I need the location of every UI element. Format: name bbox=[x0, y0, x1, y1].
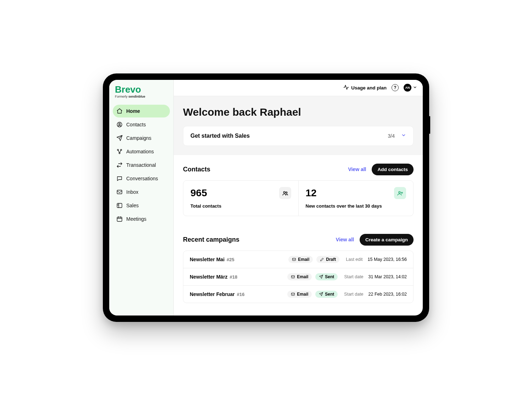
stat-value: 12 bbox=[306, 187, 317, 199]
campaign-id: #16 bbox=[237, 292, 245, 297]
onboarding-meta: 3/4 bbox=[388, 133, 406, 139]
status-badge: Draft bbox=[316, 256, 339, 263]
chevron-down-icon bbox=[401, 133, 406, 139]
help-button[interactable]: ? bbox=[392, 84, 399, 91]
home-icon bbox=[116, 108, 123, 114]
stat-value: 965 bbox=[190, 187, 207, 199]
campaign-meta-value: 15 May 2023, 16:56 bbox=[368, 257, 407, 262]
status-label: Sent bbox=[325, 274, 334, 279]
onboarding-card[interactable]: Get started with Sales 3/4 bbox=[183, 126, 414, 146]
sidebar-item-inbox[interactable]: Inbox bbox=[113, 186, 170, 198]
campaign-row[interactable]: Newsletter Februar#16EmailSentStart date… bbox=[183, 285, 413, 303]
sidebar-nav: HomeContactsCampaignsAutomationsTransact… bbox=[113, 105, 170, 225]
svg-rect-5 bbox=[117, 190, 122, 194]
stat-label: Total contacts bbox=[190, 203, 291, 209]
campaigns-section: Recent campaigns View all Create a campa… bbox=[183, 227, 414, 303]
sidebar-item-sales[interactable]: Sales bbox=[113, 199, 170, 212]
campaign-meta-label: Start date bbox=[344, 274, 363, 279]
device-frame: Brevo Formerly sendinblue HomeContactsCa… bbox=[103, 73, 429, 322]
campaigns-view-all-link[interactable]: View all bbox=[336, 237, 354, 242]
contacts-section-head: Contacts View all Add contacts bbox=[183, 157, 414, 180]
campaign-meta-label: Start date bbox=[344, 292, 363, 297]
create-campaign-button[interactable]: Create a campaign bbox=[360, 234, 414, 246]
svg-point-8 bbox=[283, 191, 285, 193]
contacts-view-all-link[interactable]: View all bbox=[348, 166, 366, 172]
welcome-title: Welcome back Raphael bbox=[183, 106, 414, 118]
type-badge: Email bbox=[288, 256, 313, 263]
user-circle-icon bbox=[116, 121, 123, 128]
sidebar-item-home[interactable]: Home bbox=[113, 105, 170, 117]
sidebar-item-label: Conversations bbox=[126, 176, 158, 181]
onboarding-title: Get started with Sales bbox=[190, 133, 250, 139]
brand-logo: Brevo bbox=[115, 85, 168, 94]
sidebar-item-label: Home bbox=[126, 108, 140, 114]
stat-card[interactable]: 12New contacts over the last 30 days bbox=[298, 181, 414, 216]
avatar: AN bbox=[404, 84, 411, 92]
sidebar-item-label: Transactional bbox=[126, 162, 156, 168]
status-label: Sent bbox=[325, 292, 334, 297]
sidebar-item-meetings[interactable]: Meetings bbox=[113, 213, 170, 225]
swap-icon bbox=[116, 162, 123, 168]
status-badge: Sent bbox=[315, 291, 338, 298]
nodes-icon bbox=[116, 148, 123, 155]
svg-rect-6 bbox=[117, 203, 122, 208]
sidebar-item-label: Contacts bbox=[126, 122, 146, 127]
usage-label: Usage and plan bbox=[351, 85, 387, 90]
stat-card[interactable]: 965Total contacts bbox=[183, 181, 298, 216]
sidebar-item-transactional[interactable]: Transactional bbox=[113, 159, 170, 171]
brand-block: Brevo Formerly sendinblue bbox=[113, 85, 170, 103]
svg-rect-11 bbox=[293, 258, 296, 260]
sidebar-item-label: Inbox bbox=[126, 189, 138, 195]
svg-point-10 bbox=[399, 191, 400, 193]
campaign-meta-value: 22 Feb 2023, 16:02 bbox=[368, 292, 407, 297]
campaign-id: #18 bbox=[230, 274, 238, 280]
type-label: Email bbox=[297, 274, 308, 279]
campaign-name: Newsletter März bbox=[190, 274, 228, 280]
sidebar-item-campaigns[interactable]: Campaigns bbox=[113, 132, 170, 144]
status-label: Draft bbox=[326, 257, 336, 262]
add-contacts-button[interactable]: Add contacts bbox=[372, 164, 414, 175]
activity-icon bbox=[343, 84, 349, 91]
type-label: Email bbox=[298, 257, 309, 262]
type-label: Email bbox=[297, 292, 308, 297]
campaigns-section-head: Recent campaigns View all Create a campa… bbox=[183, 227, 414, 251]
account-menu[interactable]: AN bbox=[404, 84, 417, 92]
onboarding-progress: 3/4 bbox=[388, 133, 395, 139]
campaign-row[interactable]: Newsletter Mai#25EmailDraftLast edit15 M… bbox=[183, 251, 413, 268]
layout-icon bbox=[116, 202, 123, 209]
sidebar-item-conversations[interactable]: Conversations bbox=[113, 172, 170, 185]
sidebar-item-contacts[interactable]: Contacts bbox=[113, 118, 170, 131]
campaign-meta-value: 31 Mar 2023, 14:02 bbox=[368, 274, 407, 279]
svg-point-9 bbox=[286, 192, 287, 193]
usage-and-plan-button[interactable]: Usage and plan bbox=[343, 84, 387, 91]
campaign-row[interactable]: Newsletter März#18EmailSentStart date31 … bbox=[183, 268, 413, 285]
app-root: Brevo Formerly sendinblue HomeContactsCa… bbox=[109, 80, 423, 316]
campaign-id: #25 bbox=[227, 257, 234, 262]
stat-label: New contacts over the last 30 days bbox=[306, 203, 406, 209]
type-badge: Email bbox=[287, 273, 312, 280]
user-plus-icon bbox=[394, 187, 406, 199]
chat-icon bbox=[116, 175, 123, 182]
svg-rect-12 bbox=[292, 275, 295, 278]
type-badge: Email bbox=[287, 291, 312, 298]
content: Contacts View all Add contacts 965Total … bbox=[174, 155, 423, 316]
status-badge: Sent bbox=[315, 273, 338, 280]
campaign-name: Newsletter Februar bbox=[190, 291, 235, 297]
topbar: Usage and plan ? AN bbox=[174, 80, 423, 96]
group-icon bbox=[279, 187, 291, 199]
campaign-name: Newsletter Mai bbox=[190, 257, 225, 262]
svg-point-1 bbox=[119, 123, 121, 125]
contacts-title: Contacts bbox=[183, 166, 210, 173]
calendar-icon bbox=[116, 216, 123, 222]
sidebar-item-label: Campaigns bbox=[126, 135, 151, 141]
sidebar-item-automations[interactable]: Automations bbox=[113, 145, 170, 158]
chevron-down-icon bbox=[413, 84, 417, 91]
sidebar-item-label: Sales bbox=[126, 203, 139, 208]
inbox-icon bbox=[116, 189, 123, 195]
main-area: Usage and plan ? AN Welcome back Raphael… bbox=[174, 80, 423, 316]
campaigns-table: Newsletter Mai#25EmailDraftLast edit15 M… bbox=[183, 251, 414, 303]
hero: Welcome back Raphael Get started with Sa… bbox=[174, 96, 423, 155]
brand-tagline: Formerly sendinblue bbox=[115, 95, 168, 98]
sidebar-item-label: Automations bbox=[126, 149, 154, 154]
sidebar-item-label: Meetings bbox=[126, 216, 146, 222]
